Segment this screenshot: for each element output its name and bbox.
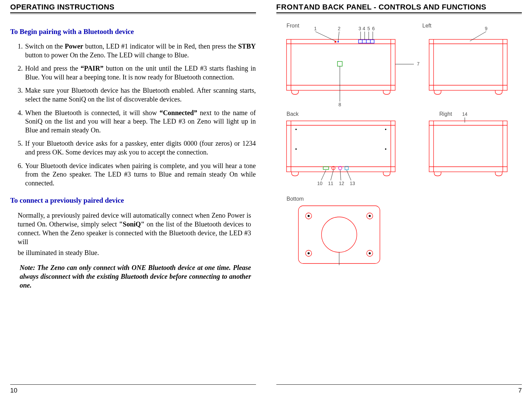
- title-rule: [10, 12, 256, 13]
- text-bold: STBY: [238, 42, 256, 50]
- text: Switch on the: [25, 42, 65, 50]
- svg-rect-45: [429, 121, 507, 172]
- text: button, LED #1 indicator will be in Red,…: [83, 42, 238, 50]
- text: button to power On the Zeno. The LED wil…: [25, 51, 189, 59]
- svg-point-55: [369, 215, 371, 217]
- callout-4: 4: [363, 26, 365, 31]
- content-left: To Begin pairing with a Bluetooth device…: [10, 14, 256, 384]
- svg-rect-6: [335, 41, 336, 42]
- svg-rect-35: [323, 167, 329, 169]
- svg-point-34: [385, 148, 386, 150]
- step-5: If your Bluetooth device asks for a pass…: [18, 139, 256, 157]
- svg-line-13: [338, 32, 339, 41]
- svg-point-33: [295, 148, 297, 150]
- callout-8: 8: [338, 102, 341, 107]
- callout-10: 10: [317, 181, 323, 186]
- step-2: Hold and press the “PAIR” button on the …: [18, 64, 256, 81]
- callout-14: 14: [462, 111, 467, 117]
- page-title-left: OPERATING INSTRUCTIONS: [10, 3, 256, 12]
- text-bold: “PAIR”: [80, 65, 103, 72]
- label-bottom: Bottom: [287, 196, 304, 202]
- note-text: Note: The Zeno can only connect with ONE…: [10, 263, 256, 290]
- svg-point-7: [337, 41, 339, 42]
- panel-diagram: Front 1: [276, 14, 522, 384]
- heading-connect-previous: To connect a previously paired device: [10, 196, 256, 205]
- svg-line-12: [315, 32, 335, 41]
- title-rule: [276, 12, 522, 13]
- callout-6: 6: [372, 26, 375, 31]
- heading-begin-pairing: To Begin pairing with a Bluetooth device: [10, 28, 256, 36]
- text: When the Bluetooth is connected, it will…: [25, 109, 160, 116]
- svg-rect-20: [429, 39, 507, 90]
- callout-7: 7: [417, 61, 420, 67]
- svg-rect-26: [287, 121, 395, 172]
- svg-point-59: [369, 252, 371, 254]
- page-number-right: 7: [276, 385, 522, 394]
- svg-point-51: [322, 217, 357, 252]
- label-back: Back: [287, 111, 299, 117]
- paragraph-connect-2: be illuminated in steady Blue.: [10, 248, 256, 257]
- callout-11: 11: [328, 181, 333, 186]
- text-bold: "SoniQ": [119, 220, 145, 228]
- svg-rect-5: [337, 61, 342, 66]
- title-part-rest: AND BACK PANEL - CONTROLS AND FUNCTIONS: [304, 3, 486, 11]
- step-3: Make sure your Bluetooth device has the …: [18, 86, 256, 104]
- step-1: Switch on the Power button, LED #1 indic…: [18, 42, 256, 59]
- callout-9: 9: [485, 26, 488, 31]
- svg-point-32: [385, 129, 386, 130]
- svg-line-25: [470, 32, 486, 41]
- callout-5: 5: [367, 26, 370, 31]
- callout-1: 1: [314, 26, 317, 31]
- callout-12: 12: [339, 181, 344, 186]
- text: Hold and press the: [25, 65, 80, 72]
- label-front: Front: [287, 23, 299, 29]
- page-number-left: 10: [10, 385, 256, 394]
- callout-13: 13: [350, 181, 355, 186]
- svg-rect-0: [287, 39, 395, 90]
- page-title-right: FRONTAND BACK PANEL - CONTROLS AND FUNCT…: [276, 3, 522, 12]
- label-right: Right: [439, 111, 452, 117]
- text-bold: “Connected”: [160, 109, 197, 116]
- label-left: Left: [422, 23, 432, 29]
- title-part-front: FRONT: [276, 3, 304, 11]
- page-left: OPERATING INSTRUCTIONS To Begin pairing …: [0, 0, 266, 401]
- callout-3: 3: [359, 26, 361, 31]
- svg-point-31: [295, 129, 297, 130]
- steps-list: Switch on the Power button, LED #1 indic…: [10, 42, 256, 187]
- diagram-svg: Front 1: [280, 21, 517, 265]
- svg-point-53: [308, 215, 310, 217]
- step-6: Your Bluetooth device indicates when pai…: [18, 162, 256, 188]
- text-bold: Power: [65, 42, 83, 50]
- paragraph-connect: Normally, a previously paired device wil…: [10, 211, 256, 246]
- svg-point-57: [308, 252, 310, 254]
- callout-2: 2: [338, 26, 341, 31]
- step-4: When the Bluetooth is connected, it will…: [18, 109, 256, 135]
- page-right: FRONTAND BACK PANEL - CONTROLS AND FUNCT…: [266, 0, 532, 401]
